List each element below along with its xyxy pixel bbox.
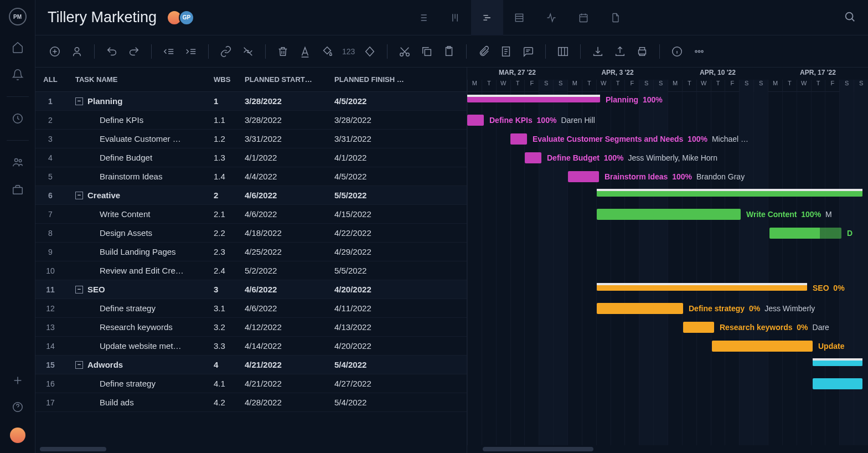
task-row[interactable]: 7 Write Content 2.1 4/6/2022 4/15/2022	[35, 205, 467, 224]
unlink-icon[interactable]	[241, 44, 255, 59]
row-index: 2	[35, 116, 65, 125]
task-row[interactable]: 1 − Planning 1 3/28/2022 4/5/2022	[35, 92, 467, 111]
view-calendar[interactable]	[567, 0, 600, 35]
row-index: 10	[35, 266, 65, 275]
gantt-summary-bar[interactable]	[813, 361, 862, 366]
gantt-task-bar[interactable]: Define KPIs 100%Daren Hill	[467, 115, 484, 126]
col-task-name[interactable]: TASK NAME	[70, 75, 214, 84]
expand-toggle[interactable]: −	[75, 192, 83, 199]
delete-icon[interactable]	[276, 44, 290, 59]
view-activity[interactable]	[535, 0, 567, 35]
briefcase-icon[interactable]	[12, 184, 24, 196]
task-row[interactable]: 12 Define strategy 3.1 4/6/2022 4/11/202…	[35, 299, 467, 318]
info-icon[interactable]	[670, 44, 684, 59]
task-row[interactable]: 15 − Adwords 4 4/21/2022 5/4/2022	[35, 356, 467, 374]
gantt-task-bar[interactable]: Define strategy 0%Jess Wimberly	[597, 303, 683, 314]
view-file[interactable]	[600, 0, 632, 35]
view-list[interactable]	[407, 0, 439, 35]
gantt-task-bar[interactable]: Brainstorm Ideas 100%Brandon Gray	[568, 171, 599, 182]
text-style-icon[interactable]	[298, 44, 312, 59]
col-planned-start[interactable]: PLANNED START…	[245, 75, 334, 84]
people-icon[interactable]	[12, 156, 24, 168]
gantt-task-bar[interactable]: D	[769, 228, 841, 239]
task-row[interactable]: 9 Build Landing Pages 2.3 4/25/2022 4/29…	[35, 243, 467, 261]
task-wbs: 1.3	[214, 153, 245, 162]
indent-icon[interactable]	[184, 44, 198, 59]
task-start: 4/4/2022	[245, 172, 334, 181]
project-title: Tillery Marketing	[48, 9, 157, 26]
user-avatar[interactable]	[10, 428, 25, 443]
gantt-summary-bar[interactable]	[597, 191, 862, 197]
project-members[interactable]: GP	[170, 10, 194, 25]
member-avatar[interactable]: GP	[179, 10, 194, 25]
home-icon[interactable]	[12, 41, 24, 53]
grid-scrollbar[interactable]	[35, 445, 467, 453]
undo-icon[interactable]	[105, 44, 119, 59]
task-row[interactable]: 8 Design Assets 2.2 4/18/2022 4/22/2022	[35, 224, 467, 243]
comment-icon[interactable]	[521, 44, 535, 59]
fill-icon[interactable]	[320, 44, 334, 59]
view-switcher	[407, 0, 632, 35]
gantt-summary-bar[interactable]: SEO 0%	[597, 285, 807, 291]
import-icon[interactable]	[591, 44, 605, 59]
gantt-task-bar[interactable]: Write Content 100%M	[597, 209, 741, 220]
clock-icon[interactable]	[12, 112, 24, 125]
gantt-bar-label: Write Content 100%M	[746, 210, 832, 219]
task-row[interactable]: 2 Define KPIs 1.1 3/28/2022 3/28/2022	[35, 111, 467, 130]
view-board[interactable]	[439, 0, 471, 35]
gantt-task-bar[interactable]: Evaluate Customer Segments and Needs 100…	[510, 133, 527, 145]
task-row[interactable]: 13 Research keywords 3.2 4/12/2022 4/13/…	[35, 318, 467, 337]
help-icon[interactable]	[12, 401, 24, 413]
expand-toggle[interactable]: −	[75, 97, 83, 105]
gantt-task-bar[interactable]	[813, 378, 862, 389]
task-row[interactable]: 17 Build ads 4.2 4/28/2022 5/4/2022	[35, 393, 467, 412]
cut-icon[interactable]	[397, 44, 412, 59]
row-index: 7	[35, 210, 65, 219]
view-sheet[interactable]	[503, 0, 535, 35]
row-index: 14	[35, 342, 65, 351]
toolbar-separator	[580, 44, 581, 59]
add-task-icon[interactable]	[48, 44, 62, 59]
gantt-task-bar[interactable]: Define Budget 100%Jess Wimberly, Mike Ho…	[525, 152, 541, 163]
expand-toggle[interactable]: −	[75, 286, 83, 294]
link-icon[interactable]	[219, 44, 233, 59]
gantt-task-bar[interactable]: Update	[712, 341, 813, 352]
assign-icon[interactable]	[70, 44, 84, 59]
gantt-scrollbar[interactable]	[467, 445, 868, 453]
task-row[interactable]: 11 − SEO 3 4/6/2022 4/20/2022	[35, 280, 467, 299]
gantt-bar-label: Planning 100%	[606, 95, 663, 104]
bell-icon[interactable]	[12, 69, 24, 81]
task-row[interactable]: 3 Evaluate Customer … 1.2 3/31/2022 3/31…	[35, 130, 467, 148]
task-finish: 5/5/2022	[334, 191, 467, 200]
task-row[interactable]: 4 Define Budget 1.3 4/1/2022 4/1/2022	[35, 148, 467, 167]
col-all[interactable]: ALL	[35, 75, 65, 84]
redo-icon[interactable]	[127, 44, 141, 59]
task-name: Update website met…	[75, 341, 182, 351]
task-row[interactable]: 16 Define strategy 4.1 4/21/2022 4/27/20…	[35, 374, 467, 393]
export-icon[interactable]	[613, 44, 627, 59]
task-row[interactable]: 5 Brainstorm Ideas 1.4 4/4/2022 4/5/2022	[35, 167, 467, 186]
search-icon[interactable]	[844, 11, 856, 25]
task-row[interactable]: 6 − Creative 2 4/6/2022 5/5/2022	[35, 186, 467, 205]
paste-icon[interactable]	[442, 44, 456, 59]
col-wbs[interactable]: WBS	[214, 75, 245, 84]
task-start: 4/28/2022	[245, 398, 334, 407]
milestone-icon[interactable]	[363, 44, 377, 59]
toolbar-separator	[94, 44, 95, 59]
gantt-task-bar[interactable]: Research keywords 0%Dare	[683, 322, 714, 333]
gantt-summary-bar[interactable]: Planning 100%	[467, 97, 600, 102]
task-row[interactable]: 14 Update website met… 3.3 4/14/2022 4/2…	[35, 337, 467, 356]
task-row[interactable]: 10 Review and Edit Cre… 2.4 5/2/2022 5/5…	[35, 261, 467, 280]
print-icon[interactable]	[635, 44, 649, 59]
plus-icon[interactable]	[12, 374, 24, 387]
outdent-icon[interactable]	[162, 44, 176, 59]
col-planned-finish[interactable]: PLANNED FINISH …	[334, 75, 467, 84]
expand-toggle[interactable]: −	[75, 361, 83, 369]
attachment-icon[interactable]	[477, 44, 491, 59]
more-icon[interactable]	[692, 44, 706, 59]
copy-icon[interactable]	[420, 44, 434, 59]
columns-icon[interactable]	[556, 44, 570, 59]
gantt-row: SEO 0%	[467, 280, 868, 299]
notes-icon[interactable]	[499, 44, 513, 59]
view-gantt[interactable]	[471, 0, 503, 35]
